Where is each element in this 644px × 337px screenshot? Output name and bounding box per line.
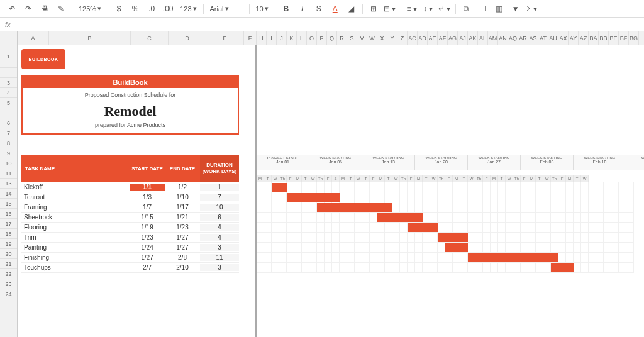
- start-date-cell[interactable]: 1/1: [130, 184, 165, 191]
- row-header[interactable]: 17: [0, 219, 17, 229]
- task-name-cell[interactable]: Framing: [21, 204, 130, 211]
- row-header[interactable]: 9: [0, 148, 17, 158]
- task-name-cell[interactable]: Trim: [21, 234, 130, 241]
- col-header[interactable]: AK: [468, 31, 478, 45]
- col-header[interactable]: AL: [478, 31, 488, 45]
- col-header[interactable]: AY: [569, 31, 579, 45]
- col-header[interactable]: A: [18, 31, 49, 45]
- end-date-cell[interactable]: 1/21: [165, 214, 200, 221]
- col-header[interactable]: AQ: [508, 31, 518, 45]
- row-header[interactable]: 10: [0, 158, 17, 168]
- font-select[interactable]: Arial ▾: [208, 3, 245, 14]
- start-date-cell[interactable]: 1/27: [130, 254, 165, 261]
- borders-icon[interactable]: ⊞: [367, 2, 380, 16]
- row-header[interactable]: [0, 68, 17, 78]
- col-header[interactable]: W: [367, 31, 377, 45]
- col-header[interactable]: Y: [387, 31, 397, 45]
- col-header[interactable]: X: [377, 31, 387, 45]
- col-header[interactable]: AT: [538, 31, 548, 45]
- task-name-cell[interactable]: Tearout: [21, 194, 130, 201]
- number-format-select[interactable]: 123 ▾: [177, 3, 199, 14]
- col-header[interactable]: P: [317, 31, 327, 45]
- decimal-increase-icon[interactable]: .00: [161, 2, 175, 16]
- row-header[interactable]: 6: [0, 118, 17, 128]
- end-date-cell[interactable]: 1/27: [165, 244, 200, 251]
- row-header[interactable]: 23: [0, 279, 17, 289]
- col-header[interactable]: E: [206, 31, 244, 45]
- task-row[interactable]: Painting 1/24 1/27 3: [21, 243, 239, 253]
- merge-icon[interactable]: ⊟ ▾: [383, 2, 397, 16]
- duration-cell[interactable]: 1: [200, 184, 239, 191]
- col-header[interactable]: Z: [397, 31, 408, 45]
- task-row[interactable]: Tearout 1/3 1/10 7: [21, 192, 239, 202]
- col-header[interactable]: S: [347, 31, 357, 45]
- duration-cell[interactable]: 10: [200, 204, 239, 211]
- duration-cell[interactable]: 3: [200, 244, 239, 251]
- col-header[interactable]: AG: [448, 31, 458, 45]
- formula-bar[interactable]: fx: [0, 18, 644, 31]
- row-header[interactable]: 3: [0, 78, 17, 88]
- start-date-cell[interactable]: 1/15: [130, 214, 165, 221]
- col-header[interactable]: H: [257, 31, 267, 45]
- gantt-bar[interactable]: [408, 223, 438, 232]
- valign-icon[interactable]: ↕ ▾: [421, 2, 435, 16]
- col-header[interactable]: AZ: [579, 31, 589, 45]
- col-header[interactable]: AJ: [458, 31, 468, 45]
- row-header[interactable]: 7: [0, 128, 17, 138]
- end-date-cell[interactable]: 2/10: [165, 264, 200, 271]
- strike-button[interactable]: S: [312, 2, 326, 16]
- col-header[interactable]: AE: [428, 31, 438, 45]
- select-all-corner[interactable]: [0, 31, 18, 45]
- col-header[interactable]: B: [49, 31, 131, 45]
- gantt-bar[interactable]: [551, 263, 574, 272]
- duration-cell[interactable]: 7: [200, 194, 239, 201]
- duration-cell[interactable]: 6: [200, 214, 239, 221]
- col-header[interactable]: BE: [609, 31, 619, 45]
- col-header[interactable]: C: [131, 31, 169, 45]
- start-date-cell[interactable]: 2/7: [130, 264, 165, 271]
- row-header[interactable]: 22: [0, 269, 17, 279]
- col-header[interactable]: BA: [589, 31, 599, 45]
- task-name-cell[interactable]: Kickoff: [21, 184, 130, 191]
- row-header[interactable]: 1: [0, 45, 17, 68]
- col-header[interactable]: AN: [498, 31, 508, 45]
- link-icon[interactable]: ⧉: [460, 2, 474, 16]
- task-row[interactable]: Flooring 1/19 1/23 4: [21, 223, 239, 233]
- row-header[interactable]: 8: [0, 138, 17, 148]
- col-header[interactable]: BB: [599, 31, 609, 45]
- col-header[interactable]: V: [357, 31, 367, 45]
- task-row[interactable]: Sheetrock 1/15 1/21 6: [21, 213, 239, 223]
- task-name-cell[interactable]: Painting: [21, 244, 130, 251]
- gantt-bar[interactable]: [317, 203, 392, 212]
- col-header[interactable]: I: [267, 31, 277, 45]
- chart-icon[interactable]: ▥: [492, 2, 506, 16]
- percent-icon[interactable]: %: [128, 2, 142, 16]
- row-header[interactable]: 13: [0, 179, 17, 189]
- end-date-cell[interactable]: 1/17: [165, 204, 200, 211]
- duration-cell[interactable]: 3: [200, 264, 239, 271]
- row-header[interactable]: 16: [0, 209, 17, 219]
- row-header[interactable]: 20: [0, 249, 17, 259]
- row-header[interactable]: [0, 108, 17, 118]
- col-header[interactable]: AM: [488, 31, 498, 45]
- gantt-bar[interactable]: [468, 253, 558, 262]
- task-row[interactable]: Finishing 1/27 2/8 11: [21, 253, 239, 263]
- col-header[interactable]: F: [244, 31, 257, 45]
- end-date-cell[interactable]: 1/23: [165, 224, 200, 231]
- task-row[interactable]: Trim 1/23 1/27 4: [21, 233, 239, 243]
- task-name-cell[interactable]: Touchups: [21, 264, 130, 271]
- paint-icon[interactable]: ✎: [54, 2, 68, 16]
- italic-button[interactable]: I: [296, 2, 309, 16]
- halign-icon[interactable]: ≡ ▾: [405, 2, 419, 16]
- task-row[interactable]: Framing 1/7 1/17 10: [21, 202, 239, 213]
- row-header[interactable]: 4: [0, 88, 17, 98]
- bold-button[interactable]: B: [279, 2, 293, 16]
- row-header[interactable]: 5: [0, 98, 17, 108]
- col-header[interactable]: AS: [528, 31, 538, 45]
- col-header[interactable]: AC: [408, 31, 418, 45]
- start-date-cell[interactable]: 1/3: [130, 194, 165, 201]
- row-header[interactable]: 11: [0, 168, 17, 179]
- gantt-bar[interactable]: [445, 243, 468, 252]
- col-header[interactable]: AR: [518, 31, 528, 45]
- row-header[interactable]: 15: [0, 199, 17, 209]
